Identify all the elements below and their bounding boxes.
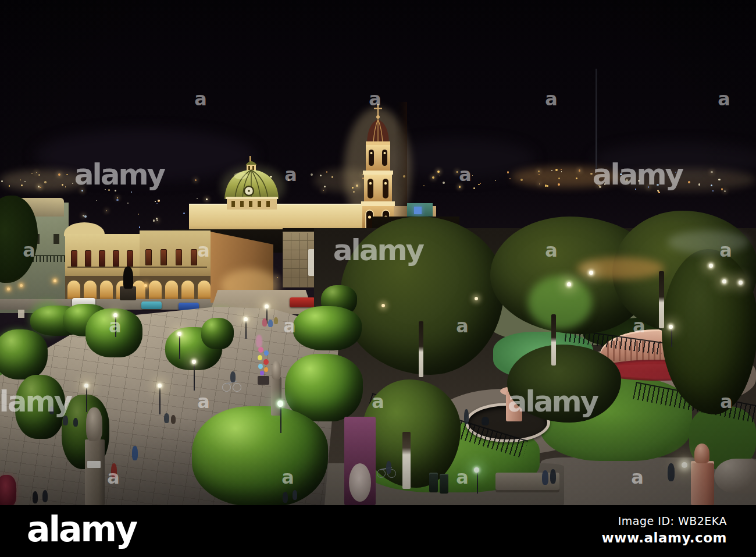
topiary-hedge: [285, 354, 363, 421]
stone-bench-curved: [714, 459, 756, 494]
lamp: [567, 282, 571, 286]
person-blue: [132, 446, 138, 460]
city-light: [539, 183, 540, 185]
city-light: [311, 173, 313, 176]
footer-bar: alamy Image ID: WB2EKA www.alamy.com: [0, 505, 756, 557]
city-light: [472, 175, 473, 176]
city-light: [724, 190, 726, 193]
city-light: [658, 191, 659, 192]
person-cafe: [268, 320, 273, 327]
person: [33, 491, 38, 503]
city-light: [106, 210, 108, 211]
stone-urn: [86, 407, 102, 441]
city-light: [155, 201, 156, 202]
city-light: [105, 189, 106, 190]
lamp: [589, 271, 593, 275]
lamp: [244, 317, 248, 321]
arcade-arch: [67, 281, 80, 300]
city-light: [711, 185, 712, 186]
city-light: [558, 183, 560, 186]
city-light: [66, 174, 68, 176]
market-stall-glow: [577, 257, 664, 279]
balcony-door: [127, 250, 133, 267]
wall-lantern: [144, 284, 147, 287]
green-lantern: [277, 400, 283, 407]
city-light: [195, 179, 197, 181]
person-sitting: [542, 470, 548, 485]
city-light: [115, 190, 117, 192]
floodlit-canopy: [528, 276, 592, 329]
city-light: [561, 169, 562, 170]
lamp: [669, 325, 673, 329]
person-cyclist: [230, 371, 236, 382]
arcade-arch: [181, 281, 194, 300]
city-light: [711, 171, 713, 173]
city-light: [561, 171, 562, 172]
balloon: [264, 350, 269, 356]
person-ledge: [171, 415, 176, 424]
city-light: [24, 181, 26, 182]
city-light: [626, 179, 628, 182]
wall-lantern: [20, 284, 23, 287]
city-light: [520, 179, 523, 181]
city-light: [495, 180, 496, 182]
tree-trunk: [551, 314, 556, 366]
balcony-door: [145, 249, 152, 265]
person-bench: [73, 418, 78, 427]
bike-wheel: [233, 383, 241, 392]
city-light: [323, 190, 324, 191]
city-light: [116, 199, 119, 201]
balcony-door: [191, 249, 197, 265]
city-light: [718, 179, 721, 181]
city-light: [96, 200, 97, 201]
person-sitting: [668, 463, 675, 481]
city-light: [183, 212, 185, 214]
city-light: [65, 186, 66, 187]
red-lantern-corner: [0, 475, 16, 505]
bike-wheel: [377, 469, 386, 478]
arcade-arch: [100, 281, 113, 300]
pink-pedestal-finial: [694, 444, 709, 463]
person-cafe: [274, 317, 278, 324]
alamy-logo: alamy: [27, 509, 136, 549]
person-blurred-pink: [256, 335, 262, 347]
city-light: [579, 169, 581, 172]
city-light: [331, 176, 334, 178]
city-light: [36, 172, 37, 173]
person-crouching: [482, 417, 489, 425]
city-light: [437, 171, 440, 173]
wall-lantern: [7, 288, 10, 290]
city-light: [40, 187, 41, 188]
lamp-post: [159, 388, 161, 414]
lamp-flare: [682, 462, 687, 468]
pillar-urn-finial: [272, 361, 281, 379]
city-light: [9, 185, 10, 186]
city-light: [590, 173, 593, 175]
arcade-arch: [198, 281, 211, 300]
lamp-through-leaves: [475, 297, 478, 300]
balloon: [264, 367, 268, 372]
stone-urn-pillar: [85, 439, 105, 505]
city-light: [153, 219, 155, 221]
city-light: [432, 176, 434, 179]
radio-mast: [595, 69, 597, 169]
arcade-arch: [84, 281, 97, 300]
city-light: [558, 178, 560, 179]
city-light: [576, 178, 577, 179]
city-light: [638, 180, 640, 182]
lamp-through-leaves: [381, 304, 385, 307]
lamp-post: [194, 364, 195, 391]
city-light: [604, 183, 605, 185]
footer-right-block: Image ID: WB2EKA www.alamy.com: [602, 515, 727, 545]
city-light: [620, 173, 622, 176]
topiary-hedge: [15, 375, 65, 439]
tree-trunk: [659, 271, 664, 328]
tree-trunk-white: [402, 432, 411, 489]
balcony-door: [176, 249, 182, 265]
person-sitting-red: [111, 463, 117, 478]
balcony-door: [161, 249, 167, 265]
balcony-door: [113, 250, 119, 267]
lamp-post: [671, 329, 672, 347]
city-light: [547, 185, 548, 187]
person-cafe: [262, 318, 267, 327]
